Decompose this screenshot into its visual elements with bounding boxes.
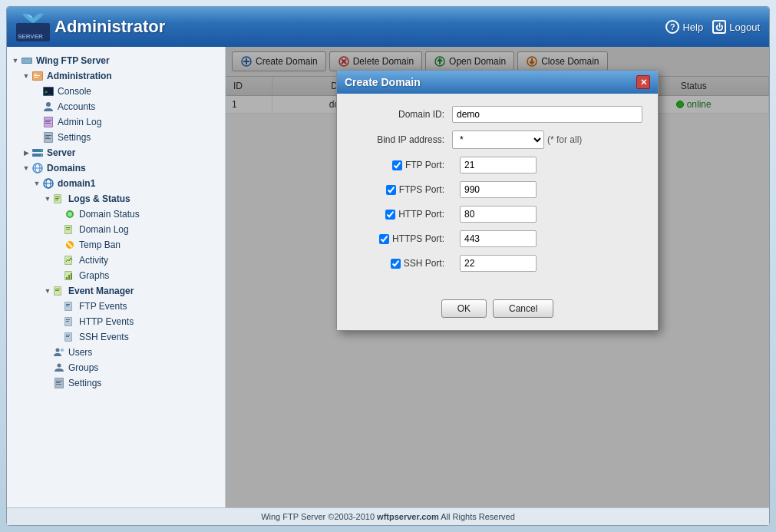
domains-icon: [31, 162, 44, 174]
https-port-checkbox[interactable]: [379, 234, 389, 244]
sidebar-domain1-label: domain1: [58, 178, 95, 189]
groups-icon: [53, 362, 65, 374]
sidebar-temp-ban-label: Temp Ban: [79, 240, 121, 250]
settings-domain-icon: [53, 377, 65, 389]
arrow-domains: ▼: [21, 163, 31, 173]
sidebar-item-domain1[interactable]: ▼ domain1: [7, 176, 225, 191]
svg-rect-18: [45, 123, 51, 124]
modal-close-button[interactable]: ✕: [636, 75, 650, 89]
ftp-checkbox-area: FTP Port:: [352, 160, 452, 170]
app-header: SERVER Administrator ? Help ⏻ Logout: [7, 7, 769, 47]
svg-rect-8: [34, 75, 40, 76]
svg-point-4: [28, 60, 30, 61]
svg-rect-60: [66, 304, 70, 305]
ssh-events-icon: [64, 331, 76, 343]
sidebar-item-users[interactable]: ▶ Users: [7, 345, 225, 360]
sidebar-item-admin-log[interactable]: ▶ Admin Log: [7, 114, 225, 130]
sidebar-item-groups[interactable]: ▶ Groups: [7, 360, 225, 375]
content-area: Create Domain Delete Domain Open Domain: [226, 47, 769, 507]
modal-cancel-button[interactable]: Cancel: [493, 299, 553, 318]
domain-id-row: Domain ID:: [352, 106, 642, 123]
sidebar-item-domain-log[interactable]: ▶ Domain Log: [7, 222, 225, 237]
svg-rect-57: [55, 290, 59, 291]
administration-icon: [31, 70, 44, 82]
footer-text2: All Rights Reserved: [439, 512, 515, 521]
sidebar-graphs-label: Graphs: [79, 270, 109, 281]
sidebar-item-event-manager[interactable]: ▼ Event Manager: [7, 283, 225, 299]
svg-rect-23: [45, 138, 51, 139]
sidebar-activity-label: Activity: [79, 255, 108, 266]
sidebar-groups-label: Groups: [68, 362, 98, 373]
https-port-input[interactable]: [460, 230, 537, 247]
sidebar-root-label: Wing FTP Server: [36, 55, 110, 66]
sidebar-server-label: Server: [47, 147, 75, 158]
ssh-port-input[interactable]: [460, 255, 537, 272]
logout-icon: ⏻: [712, 20, 726, 34]
svg-rect-51: [66, 277, 68, 279]
event-manager-icon: [53, 285, 65, 297]
svg-point-13: [46, 102, 51, 107]
sidebar-item-temp-ban[interactable]: ▶ Temp Ban: [7, 237, 225, 253]
ftp-port-input[interactable]: [460, 157, 537, 173]
svg-rect-7: [34, 74, 37, 74]
bind-ip-row: Bind IP address: * (* for all): [352, 131, 642, 149]
ftp-port-checkbox[interactable]: [392, 160, 402, 170]
domain-id-input[interactable]: [452, 106, 642, 123]
svg-point-72: [58, 364, 61, 368]
ftps-port-checkbox[interactable]: [386, 185, 396, 195]
ftps-port-input[interactable]: [460, 181, 537, 198]
temp-ban-icon: [64, 239, 76, 251]
app-footer: Wing FTP Server ©2003-2010 wftpserver.co…: [7, 507, 769, 525]
domain1-icon: [42, 177, 54, 190]
ssh-port-checkbox[interactable]: [391, 259, 401, 269]
bind-ip-select[interactable]: *: [452, 131, 544, 149]
ftps-port-label: FTPS Port:: [399, 184, 444, 195]
https-checkbox-area: HTTPS Port:: [352, 233, 452, 244]
svg-point-26: [41, 150, 42, 151]
svg-rect-68: [66, 335, 70, 335]
sidebar-domains-label: Domains: [47, 163, 86, 173]
footer-link[interactable]: wftpserver.com: [377, 512, 439, 521]
users-icon: [53, 346, 65, 359]
logout-button[interactable]: ⏻ Logout: [712, 20, 760, 34]
sidebar-item-graphs[interactable]: ▶ Graphs: [7, 268, 225, 283]
ftps-checkbox-area: FTPS Port:: [352, 184, 452, 195]
sidebar-http-events-label: HTTP Events: [79, 316, 134, 327]
sidebar-item-server[interactable]: ▶ Server: [7, 145, 225, 160]
sidebar-accounts-label: Accounts: [58, 101, 95, 112]
sidebar-item-root[interactable]: ▼ Wing FTP Server: [7, 53, 225, 68]
sidebar-item-http-events[interactable]: ▶ HTTP Events: [7, 314, 225, 329]
sidebar-admin-log-label: Admin Log: [58, 117, 101, 127]
activity-icon: [64, 254, 76, 266]
sidebar-console-label: Console: [58, 86, 91, 97]
sidebar-item-domain-status[interactable]: ▶ Domain Status: [7, 207, 225, 222]
sidebar-item-settings-admin[interactable]: ▶ Settings: [7, 130, 225, 145]
svg-rect-44: [66, 229, 70, 230]
svg-point-70: [56, 349, 60, 352]
http-port-checkbox[interactable]: [385, 210, 395, 220]
help-button[interactable]: ? Help: [665, 20, 703, 34]
app-title: Administrator: [54, 17, 165, 37]
sidebar-item-accounts[interactable]: ▶ Accounts: [7, 99, 225, 114]
sidebar-item-logs-status[interactable]: ▼ Logs & Status: [7, 191, 225, 207]
http-port-label: HTTP Port:: [398, 209, 444, 220]
sidebar-domain-log-label: Domain Log: [79, 224, 129, 235]
sidebar-item-ssh-events[interactable]: ▶ SSH Events: [7, 329, 225, 345]
sidebar-item-console[interactable]: ▶ >_ Console: [7, 84, 225, 99]
help-icon: ?: [665, 20, 679, 34]
modal-ok-button[interactable]: OK: [441, 299, 487, 318]
sidebar-item-ftp-events[interactable]: ▶ FTP Events: [7, 299, 225, 314]
http-port-input[interactable]: [460, 206, 537, 223]
arrow-event-manager: ▼: [42, 286, 53, 296]
sidebar-item-administration[interactable]: ▼ Administration: [7, 68, 225, 84]
domain-log-icon: [64, 223, 76, 236]
sidebar-ssh-events-label: SSH Events: [79, 332, 129, 342]
sidebar-item-activity[interactable]: ▶ Activity: [7, 253, 225, 268]
svg-rect-3: [22, 58, 31, 63]
svg-rect-65: [66, 321, 69, 322]
arrow-administration: ▼: [21, 71, 31, 81]
sidebar-item-settings-domain[interactable]: ▶ Settings: [7, 375, 225, 391]
ssh-checkbox-area: SSH Port:: [352, 258, 452, 269]
svg-rect-16: [45, 120, 51, 121]
sidebar-item-domains[interactable]: ▼ Domains: [7, 160, 225, 176]
